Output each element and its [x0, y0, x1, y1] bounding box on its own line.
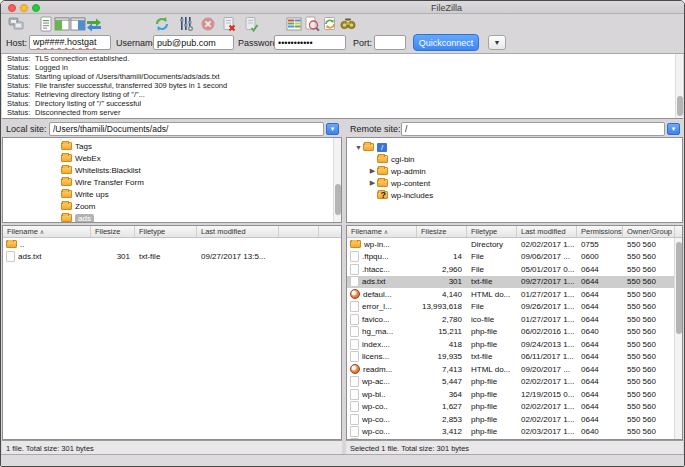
local-site-dropdown-icon[interactable]: ▼ [326, 123, 339, 135]
file-row[interactable]: favico... 2,780 ico-file 01/27/2017 1...… [347, 313, 682, 326]
column-header-permissions[interactable]: Permissions [577, 226, 623, 237]
remote-tree-item[interactable]: ▶ wp-admin [347, 165, 682, 177]
local-tree-item[interactable]: Zoom [3, 200, 341, 212]
local-tree-item[interactable]: WebEx [3, 152, 341, 164]
file-row[interactable]: wp-co... 2,853 php-file 02/02/2017 1... … [347, 413, 682, 426]
local-tree-item-selected[interactable]: ads [3, 212, 341, 223]
file-icon [350, 414, 359, 425]
title-bar: FileZilla [1, 1, 684, 14]
column-header-filesize[interactable]: Filesize [91, 226, 135, 237]
file-row[interactable]: wp-co... 3,412 php-file 02/03/2017 1... … [347, 426, 682, 439]
close-window-button[interactable] [8, 4, 16, 12]
site-manager-icon[interactable] [7, 15, 25, 32]
remote-tree-item[interactable]: cgi-bin [347, 153, 682, 165]
log-line: Status:Starting upload of /Users/thamili… [2, 72, 683, 81]
remote-status-bar: Selected 1 file. Total size: 301 bytes [346, 440, 683, 454]
local-tree-scrollbar[interactable] [333, 138, 341, 222]
transfer-queue-icon[interactable] [85, 15, 103, 32]
folder-icon [61, 178, 72, 186]
folder-icon [377, 167, 388, 175]
file-row[interactable]: wp-in... Directory 02/02/2017 1... 0755 … [347, 238, 682, 251]
column-header-empty [279, 226, 319, 237]
file-row[interactable]: error_l... 13,993,618 File 09/26/2017 1.… [347, 301, 682, 314]
file-row[interactable]: hg_ma... 15,211 php-file 06/02/2016 1...… [347, 326, 682, 339]
log-line: Status:Directory listing of "/" successf… [2, 99, 683, 108]
local-tree-item[interactable]: Whitelists:Blacklist [3, 164, 341, 176]
file-row[interactable]: .ftpqu... 14 File 09/06/2017 ... 0600 55… [347, 251, 682, 264]
password-input[interactable] [274, 35, 346, 50]
local-tree-item[interactable]: Write ups [3, 188, 341, 200]
log-scrollbar[interactable] [675, 54, 683, 118]
reconnect-icon[interactable] [242, 15, 260, 32]
host-input[interactable]: wp####.hostgat [29, 35, 111, 50]
disconnect-icon[interactable] [220, 15, 238, 32]
local-list-header: Filename∧ Filesize Filetype Last modifie… [3, 226, 341, 238]
log-line: Status:File transfer successful, transfe… [2, 81, 683, 90]
folder-icon [61, 214, 72, 222]
filter-icon[interactable] [177, 15, 195, 32]
column-header-empty [319, 226, 341, 237]
folder-icon [6, 240, 17, 248]
file-icon [350, 351, 359, 362]
collapsed-icon[interactable]: ▶ [368, 179, 377, 187]
file-row[interactable]: ads.txt 301 txt-file 09/27/2017 13:5... [3, 251, 341, 264]
column-header-modified[interactable]: Last modified [197, 226, 279, 237]
file-icon [350, 301, 359, 312]
remote-tree-item-selected[interactable]: ▼ / [347, 141, 682, 153]
local-tree-item[interactable]: Wire Transfer Form [3, 176, 341, 188]
message-log: Status:TLS connection established. Statu… [2, 54, 683, 119]
sort-asc-icon: ∧ [384, 229, 388, 235]
file-row[interactable]: licens... 19,935 txt-file 06/11/2017 1..… [347, 351, 682, 364]
username-input[interactable] [153, 35, 234, 50]
refresh-icon[interactable] [153, 15, 171, 32]
column-header-filetype[interactable]: Filetype [135, 226, 197, 237]
local-site-path-input[interactable] [49, 122, 324, 136]
column-header-filename[interactable]: Filename∧ [347, 226, 417, 237]
log-line: Status:TLS connection established. [2, 54, 683, 63]
folder-icon [377, 155, 388, 163]
quickconnect-bar: Host: wp####.hostgat Username Password: … [1, 32, 684, 54]
remote-site-path-input[interactable] [401, 122, 665, 136]
cancel-icon[interactable] [199, 15, 217, 32]
remote-site-label: Remote site: [350, 124, 401, 134]
zoom-window-button[interactable] [32, 4, 40, 12]
port-input[interactable] [374, 35, 406, 50]
column-header-modified[interactable]: Last modified [517, 226, 577, 237]
minimize-window-button[interactable] [20, 4, 28, 12]
remote-tree-item[interactable]: ▶ wp-content [347, 177, 682, 189]
file-row[interactable]: .htacc... 2,960 File 05/01/2017 0... 064… [347, 263, 682, 276]
local-file-list: Filename∧ Filesize Filetype Last modifie… [2, 225, 342, 440]
column-header-filename[interactable]: Filename∧ [3, 226, 91, 237]
file-row[interactable]: readm... 7,413 HTML do... 09/20/2017 ...… [347, 363, 682, 376]
find-files-icon[interactable] [339, 15, 357, 32]
file-icon [350, 389, 359, 400]
file-search-icon[interactable] [303, 15, 321, 32]
synchronized-browsing-icon[interactable] [321, 15, 339, 32]
remote-list-header: Filename∧ Filesize Filetype Last modifie… [347, 226, 682, 238]
column-header-owner[interactable]: Owner/Group [623, 226, 675, 237]
file-icon [350, 276, 359, 287]
collapsed-icon[interactable]: ▶ [368, 167, 377, 175]
remote-list-scrollbar[interactable] [674, 238, 682, 439]
folder-question-icon [377, 191, 388, 199]
file-row-selected[interactable]: ads.txt 301 txt-file 09/27/2017 1... 064… [347, 276, 682, 289]
column-header-filetype[interactable]: Filetype [467, 226, 517, 237]
file-row[interactable]: defaul... 4,140 HTML do... 01/27/2017 1.… [347, 288, 682, 301]
expanded-icon[interactable]: ▼ [354, 144, 363, 151]
file-row-parent-dir[interactable]: .. [3, 238, 341, 251]
directory-comparison-icon[interactable] [285, 15, 303, 32]
file-row[interactable]: wp-co.. 1,627 php-file 02/02/2017 1... 0… [347, 401, 682, 414]
quickconnect-dropdown-icon[interactable]: ▼ [488, 35, 506, 50]
folder-icon [363, 143, 374, 151]
file-row[interactable]: wp-ac... 5,447 php-file 02/02/2017 1... … [347, 376, 682, 389]
file-row[interactable]: wp-bl.. 364 php-file 12/19/2015 0... 064… [347, 388, 682, 401]
remote-file-list: Filename∧ Filesize Filetype Last modifie… [346, 225, 683, 440]
remote-site-dropdown-icon[interactable]: ▼ [667, 123, 680, 135]
quickconnect-button[interactable]: Quickconnect [413, 34, 479, 51]
column-header-filesize[interactable]: Filesize [417, 226, 467, 237]
toolbar [1, 14, 684, 32]
file-icon [350, 426, 359, 437]
remote-tree-item[interactable]: wp-includes [347, 189, 682, 201]
file-row[interactable]: index.... 418 php-file 09/24/2013 1... 0… [347, 338, 682, 351]
local-tree-item[interactable]: Tags [3, 140, 341, 152]
